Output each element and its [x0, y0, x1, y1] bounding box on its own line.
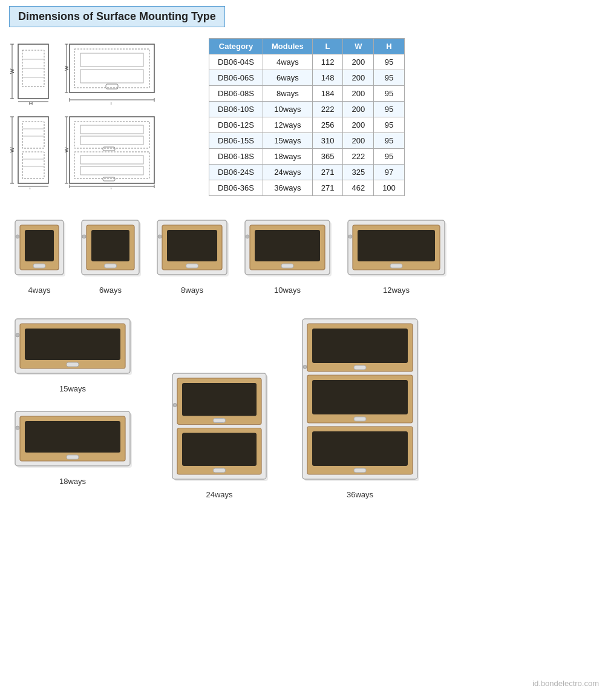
table-cell-0-4: 95	[374, 54, 405, 70]
table-cell-8-4: 100	[374, 180, 405, 196]
table-cell-5-4: 95	[374, 133, 405, 149]
svg-point-65	[82, 235, 86, 238]
table-cell-7-4: 97	[374, 165, 405, 180]
svg-rect-14	[80, 70, 143, 83]
table-cell-5-2: 310	[312, 133, 343, 149]
svg-rect-45	[103, 177, 115, 181]
table-cell-1-0: DB06-06S	[209, 70, 263, 86]
table-cell-5-0: DB06-15S	[209, 133, 263, 149]
enclosure-svg-36ways	[296, 313, 424, 485]
table-cell-3-2: 222	[312, 102, 343, 117]
table-cell-6-1: 18ways	[263, 149, 312, 165]
product-item-4ways: 4ways	[9, 214, 70, 295]
svg-text:H: H	[29, 101, 33, 105]
svg-point-59	[16, 235, 19, 238]
svg-rect-112	[354, 417, 366, 421]
svg-text:L: L	[110, 101, 113, 105]
svg-text:W: W	[64, 147, 70, 152]
product-label-18ways: 18ways	[59, 477, 86, 486]
side-view-diagram: W H	[9, 38, 57, 105]
svg-rect-57	[25, 230, 54, 261]
svg-rect-38	[74, 122, 149, 148]
products-row-2: 15ways18ways24ways36ways	[9, 313, 596, 511]
svg-rect-75	[255, 230, 320, 261]
product-item-18ways: 18ways	[9, 405, 136, 486]
svg-rect-15	[106, 84, 118, 89]
product-label-12ways: 12ways	[383, 286, 410, 295]
col-header-modules: Modules	[263, 39, 312, 54]
svg-rect-69	[167, 230, 217, 261]
table-cell-8-0: DB06-36S	[209, 180, 263, 196]
technical-diagram: W H	[9, 38, 197, 189]
table-cell-5-3: 200	[343, 133, 374, 149]
svg-text:L: L	[110, 186, 113, 189]
product-item-10ways: 10ways	[239, 214, 336, 295]
table-cell-6-3: 222	[343, 149, 374, 165]
product-item-6ways: 6ways	[76, 214, 145, 295]
page-title: Dimensions of Surface Mounting Type	[9, 6, 225, 27]
table-cell-6-2: 365	[312, 149, 343, 165]
front-view-single-diagram: W L	[64, 38, 160, 105]
svg-rect-109	[354, 365, 366, 370]
table-cell-2-2: 184	[312, 86, 343, 102]
col-header-category: Category	[209, 39, 263, 54]
table-cell-4-0: DB06-12S	[209, 117, 263, 133]
enclosure-svg-8ways	[151, 214, 233, 281]
front-view-double-diagram: W L	[64, 111, 160, 189]
svg-point-71	[158, 235, 162, 238]
enclosure-svg-18ways	[9, 405, 136, 472]
svg-rect-11	[70, 44, 154, 93]
table-cell-0-2: 112	[312, 54, 343, 70]
product-item-24ways: 24ways	[166, 367, 272, 499]
svg-point-83	[348, 235, 352, 238]
table-cell-1-1: 6ways	[263, 70, 312, 86]
table-cell-7-1: 24ways	[263, 165, 312, 180]
table-cell-2-4: 95	[374, 86, 405, 102]
product-label-15ways: 15ways	[59, 384, 86, 393]
svg-text:L: L	[29, 186, 32, 189]
svg-rect-108	[312, 329, 408, 363]
enclosure-svg-24ways	[166, 367, 272, 485]
product-label-10ways: 10ways	[274, 286, 301, 295]
svg-rect-42	[80, 155, 143, 164]
svg-rect-87	[25, 329, 120, 360]
svg-rect-70	[186, 264, 198, 268]
svg-point-104	[173, 404, 177, 407]
table-cell-2-0: DB06-08S	[209, 86, 263, 102]
table-cell-2-1: 8ways	[263, 86, 312, 102]
product-label-8ways: 8ways	[181, 286, 203, 295]
table-cell-1-4: 95	[374, 70, 405, 86]
product-label-6ways: 6ways	[99, 286, 122, 295]
table-cell-3-0: DB06-10S	[209, 102, 263, 117]
svg-point-89	[16, 333, 19, 337]
product-label-4ways: 4ways	[28, 286, 51, 295]
table-cell-3-1: 10ways	[263, 102, 312, 117]
table-cell-1-3: 200	[343, 70, 374, 86]
svg-text:W: W	[9, 147, 15, 152]
dimensions-table-container: Category Modules L W H DB06-04S4ways1122…	[209, 38, 405, 196]
product-label-24ways: 24ways	[206, 490, 232, 499]
table-cell-2-3: 200	[343, 86, 374, 102]
svg-rect-99	[182, 383, 257, 416]
table-cell-0-0: DB06-04S	[209, 54, 263, 70]
svg-text:W: W	[64, 65, 70, 71]
table-cell-3-4: 95	[374, 102, 405, 117]
svg-rect-93	[25, 421, 120, 453]
table-cell-8-1: 36ways	[263, 180, 312, 196]
svg-rect-103	[214, 468, 226, 473]
svg-rect-12	[74, 49, 149, 88]
svg-rect-64	[105, 264, 117, 268]
table-cell-7-2: 271	[312, 165, 343, 180]
table-cell-0-3: 200	[343, 54, 374, 70]
product-item-36ways: 36ways	[296, 313, 424, 499]
table-cell-4-2: 256	[312, 117, 343, 133]
svg-point-116	[303, 365, 307, 369]
table-cell-4-3: 200	[343, 117, 374, 133]
svg-rect-115	[354, 468, 366, 473]
svg-rect-81	[358, 230, 435, 261]
svg-rect-94	[67, 455, 79, 459]
svg-rect-41	[80, 136, 143, 145]
svg-rect-44	[103, 147, 115, 151]
col-header-w: W	[343, 39, 374, 54]
enclosure-svg-6ways	[76, 214, 145, 281]
